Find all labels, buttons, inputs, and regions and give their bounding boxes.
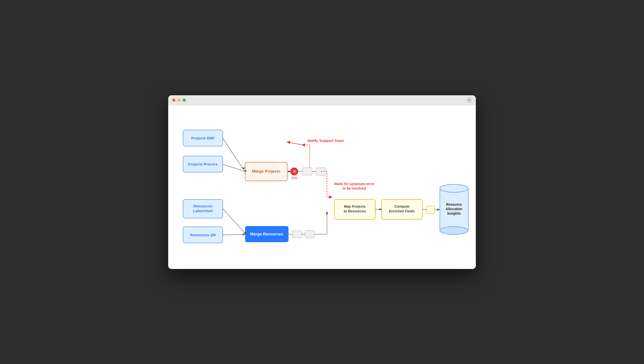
arrow-to-notify — [302, 145, 310, 168]
small-box-3[interactable] — [292, 230, 302, 238]
waits-error-label-2: to be resolved — [342, 186, 366, 190]
small-box-4[interactable] — [305, 230, 314, 238]
svg-text:Enriched Fields: Enriched Fields — [389, 209, 415, 213]
minimize-button[interactable] — [177, 98, 180, 102]
arrow-compute-yellowbox — [422, 210, 426, 210]
waits-error-label-1: Waits for upstream error — [334, 182, 374, 186]
close-button[interactable] — [172, 98, 176, 102]
diagram-canvas: Projects ERP Projects Procore Resources … — [168, 105, 476, 269]
notify-support-label: Notify Support Team — [308, 138, 344, 143]
arrow-notify-head — [287, 142, 302, 145]
svg-text:Compute: Compute — [394, 204, 410, 208]
traffic-lights — [172, 98, 186, 102]
stop-label: Stop — [291, 176, 298, 180]
copy-icon[interactable]: ⧉ — [467, 98, 472, 102]
small-box-1[interactable] — [302, 168, 312, 175]
merge-resources-label: Merge Resources — [250, 232, 283, 236]
svg-marker-8 — [242, 167, 245, 170]
merge-projects-label: Merge Projects — [252, 169, 280, 174]
resource-allocation-label: Resource — [446, 202, 462, 206]
svg-text:✕: ✕ — [293, 170, 296, 174]
resource-allocation-inner — [440, 184, 468, 192]
app-window: ⧉ Projects ERP Projects Procore — [168, 95, 476, 269]
svg-text:Laborchart: Laborchart — [193, 209, 212, 213]
projects-erp-label: Projects ERP — [191, 136, 214, 140]
projects-procore-label: Projects Procore — [188, 162, 218, 166]
arrow-laborchart-mergeresources — [223, 209, 245, 234]
resources-qb-label: Resources QB — [190, 233, 216, 237]
arrow-qb-mergeresources — [223, 234, 245, 235]
svg-text:to Resources: to Resources — [344, 209, 366, 213]
small-yellow-box[interactable] — [426, 206, 435, 214]
arrow-procore-merge — [223, 164, 245, 172]
resources-laborchart-label: Resources — [194, 204, 212, 208]
svg-text:Map Projects: Map Projects — [344, 204, 366, 208]
titlebar: ⧉ — [168, 95, 476, 105]
maximize-button[interactable] — [182, 98, 186, 102]
resource-allocation-bottom — [440, 226, 468, 234]
arrow-mergeresources-join — [314, 212, 327, 234]
svg-text:Allocation: Allocation — [446, 207, 462, 211]
svg-text:Insights: Insights — [447, 212, 461, 215]
arrow-erp-merge — [223, 138, 242, 168]
